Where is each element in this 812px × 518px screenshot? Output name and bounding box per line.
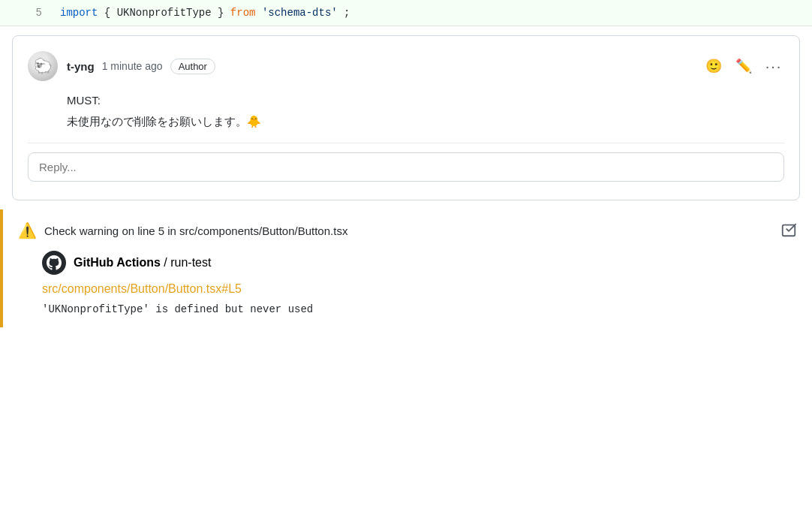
github-actions-header: GitHub Actions / run-test (42, 251, 797, 275)
warning-message: Check warning on line 5 in src/component… (44, 224, 347, 237)
comment-author-area: 🐑 t-yng 1 minute ago Author (28, 51, 215, 81)
github-actions-label: GitHub Actions / run-test (74, 256, 211, 270)
more-options-button[interactable]: ··· (763, 56, 784, 77)
resolve-icon (780, 221, 797, 238)
comment-body: MUST: 未使用なので削除をお願いします。🐥 (28, 92, 784, 131)
comment-text: MUST: 未使用なので削除をお願いします。🐥 (67, 92, 784, 131)
comment-header: 🐑 t-yng 1 minute ago Author 🙂 ✏️ ··· (28, 51, 784, 81)
code-block: 5 import { UKNonprofitType } from 'schem… (0, 0, 812, 26)
comment-actions: 🙂 ✏️ ··· (703, 56, 784, 77)
author-info: t-yng 1 minute ago Author (67, 59, 215, 74)
avatar-image: 🐑 (28, 51, 58, 81)
comment-divider (28, 143, 784, 143)
file-link[interactable]: src/components/Button/Button.tsx#L5 (42, 282, 797, 296)
code-line-5: 5 import { UKNonprofitType } from 'schem… (0, 0, 812, 26)
comment-line-2: 未使用なので削除をお願いします。🐥 (67, 113, 784, 131)
comment-timestamp: 1 minute ago (102, 60, 163, 72)
ellipsis-icon: ··· (765, 58, 783, 75)
github-actions-block: GitHub Actions / run-test src/components… (42, 251, 797, 315)
comment-line-1: MUST: (67, 92, 784, 110)
code-content: import { UKNonprofitType } from 'schema-… (60, 5, 350, 21)
from-keyword: from (230, 7, 256, 19)
comment-section: 🐑 t-yng 1 minute ago Author 🙂 ✏️ ··· MUS… (12, 35, 800, 200)
author-badge: Author (170, 59, 215, 74)
error-message: 'UKNonprofitType' is defined but never u… (42, 303, 797, 315)
run-test-label: run-test (170, 256, 211, 269)
import-body: { UKNonprofitType } (104, 7, 230, 19)
warning-section: ⚠️ Check warning on line 5 in src/compon… (0, 209, 812, 327)
warning-header-left: ⚠️ Check warning on line 5 in src/compon… (18, 221, 347, 239)
resolve-button[interactable] (780, 221, 797, 242)
emoji-reaction-button[interactable]: 🙂 (703, 56, 724, 77)
edit-icon: ✏️ (735, 58, 752, 74)
warning-header: ⚠️ Check warning on line 5 in src/compon… (18, 221, 797, 242)
reply-input[interactable] (28, 152, 784, 182)
line-number: 5 (12, 5, 42, 21)
github-logo (42, 251, 66, 275)
smiley-icon: 🙂 (705, 58, 722, 74)
username[interactable]: t-yng (67, 60, 95, 73)
avatar: 🐑 (28, 51, 58, 81)
edit-button[interactable]: ✏️ (733, 56, 754, 77)
import-keyword: import (60, 7, 98, 19)
github-icon (47, 255, 62, 270)
semicolon: ; (344, 7, 350, 19)
github-actions-name: GitHub Actions (74, 256, 161, 269)
warning-triangle-icon: ⚠️ (18, 221, 37, 239)
module-string: 'schema-dts' (262, 7, 338, 19)
separator: / (164, 256, 170, 269)
